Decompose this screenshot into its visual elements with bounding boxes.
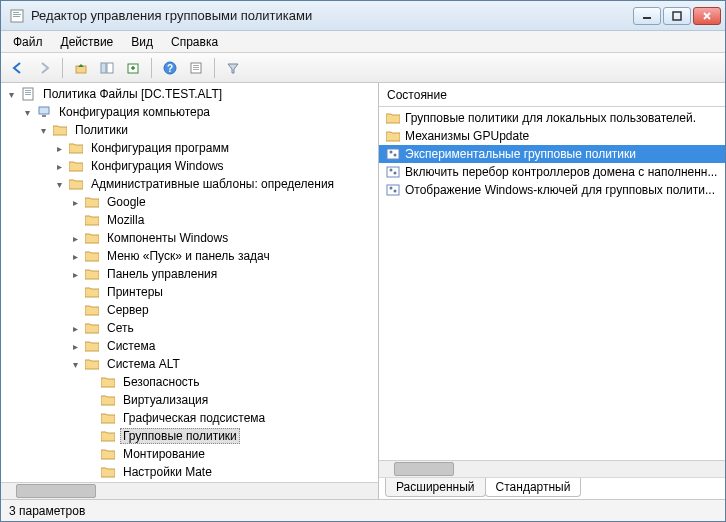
tree-node-label: Система (104, 339, 158, 353)
tree-node-security[interactable]: Безопасность (1, 373, 378, 391)
tree-node-control-panel[interactable]: ▸Панель управления (1, 265, 378, 283)
svg-rect-14 (193, 67, 199, 68)
svg-rect-25 (387, 167, 399, 177)
collapse-icon[interactable]: ▾ (21, 106, 34, 119)
forward-button[interactable] (33, 57, 55, 79)
filter-button[interactable] (222, 57, 244, 79)
expand-icon[interactable]: ▸ (69, 196, 82, 209)
tree-node-label: Административные шаблоны: определения (88, 177, 337, 191)
tree-node-system-alt[interactable]: ▾Система ALT (1, 355, 378, 373)
scrollbar-thumb[interactable] (16, 484, 96, 498)
tree-node-google[interactable]: ▸Google (1, 193, 378, 211)
svg-rect-4 (643, 17, 651, 19)
help-button[interactable]: ? (159, 57, 181, 79)
tree-node-label: Виртуализация (120, 393, 211, 407)
computer-icon (36, 104, 52, 120)
svg-rect-17 (25, 90, 31, 91)
folder-icon (100, 446, 116, 462)
folder-icon (84, 284, 100, 300)
tree-pane: ▾Политика Файлы [DC.TEST.ALT]▾Конфигурац… (1, 83, 379, 499)
list-item[interactable]: Групповые политики для локальных пользов… (379, 109, 725, 127)
collapse-icon[interactable]: ▾ (53, 178, 66, 191)
expand-icon[interactable]: ▸ (69, 268, 82, 281)
details-list[interactable]: Групповые политики для локальных пользов… (379, 107, 725, 460)
tree-node-label: Конфигурация программ (88, 141, 232, 155)
list-item-label: Групповые политики для локальных пользов… (405, 111, 696, 125)
minimize-button[interactable] (633, 7, 661, 25)
tree-node-root[interactable]: ▾Политика Файлы [DC.TEST.ALT] (1, 85, 378, 103)
details-pane: Состояние Групповые политики для локальн… (379, 83, 725, 499)
menu-action[interactable]: Действие (53, 33, 122, 51)
up-folder-button[interactable] (70, 57, 92, 79)
properties-button[interactable] (185, 57, 207, 79)
collapse-icon[interactable]: ▾ (37, 124, 50, 137)
tree-node-start-menu[interactable]: ▸Меню «Пуск» и панель задач (1, 247, 378, 265)
svg-point-24 (394, 154, 397, 157)
tree-horizontal-scrollbar[interactable] (1, 482, 378, 499)
setting-icon (385, 164, 401, 180)
tree-node-label: Групповые политики (120, 428, 240, 444)
tree-node-config-windows[interactable]: ▸Конфигурация Windows (1, 157, 378, 175)
tree-node-system[interactable]: ▸Система (1, 337, 378, 355)
list-item[interactable]: Механизмы GPUpdate (379, 127, 725, 145)
tree-node-server[interactable]: Сервер (1, 301, 378, 319)
list-item[interactable]: Отображение Windows-ключей для групповых… (379, 181, 725, 199)
tree-node-virtualization[interactable]: Виртуализация (1, 391, 378, 409)
folder-icon (100, 428, 116, 444)
svg-rect-7 (101, 63, 106, 73)
scrollbar-thumb[interactable] (394, 462, 454, 476)
menu-help[interactable]: Справка (163, 33, 226, 51)
svg-rect-21 (42, 115, 46, 117)
tree-node-policies[interactable]: ▾Политики (1, 121, 378, 139)
toolbar-separator (214, 58, 215, 78)
menu-view[interactable]: Вид (123, 33, 161, 51)
tab-standard[interactable]: Стандартный (485, 478, 582, 497)
expand-icon[interactable]: ▸ (69, 340, 82, 353)
tree-node-config-programs[interactable]: ▸Конфигурация программ (1, 139, 378, 157)
svg-rect-8 (107, 63, 113, 73)
close-button[interactable] (693, 7, 721, 25)
svg-rect-20 (39, 107, 49, 114)
expand-icon[interactable]: ▸ (69, 232, 82, 245)
tree-node-mate-settings[interactable]: Настройки Mate (1, 463, 378, 481)
svg-rect-18 (25, 92, 31, 93)
menu-file[interactable]: Файл (5, 33, 51, 51)
tab-extended[interactable]: Расширенный (385, 478, 486, 497)
tree-node-group-policies[interactable]: Групповые политики (1, 427, 378, 445)
toolbar-separator (62, 58, 63, 78)
folder-icon (84, 356, 100, 372)
expand-icon[interactable]: ▸ (53, 160, 66, 173)
show-hide-tree-button[interactable] (96, 57, 118, 79)
expand-icon[interactable]: ▸ (53, 142, 66, 155)
back-button[interactable] (7, 57, 29, 79)
collapse-icon[interactable]: ▾ (5, 88, 18, 101)
list-item[interactable]: Экспериментальные групповые политики (379, 145, 725, 163)
tree-node-mounting[interactable]: Монтирование (1, 445, 378, 463)
expand-icon[interactable]: ▸ (69, 250, 82, 263)
tree-node-components-windows[interactable]: ▸Компоненты Windows (1, 229, 378, 247)
tree-node-mozilla[interactable]: Mozilla (1, 211, 378, 229)
svg-rect-3 (13, 16, 20, 17)
svg-rect-6 (76, 66, 86, 73)
tree-container: ▾Политика Файлы [DC.TEST.ALT]▾Конфигурац… (1, 83, 378, 482)
view-tabs: Расширенный Стандартный (379, 477, 725, 499)
policy-tree[interactable]: ▾Политика Файлы [DC.TEST.ALT]▾Конфигурац… (1, 83, 378, 482)
export-button[interactable] (122, 57, 144, 79)
svg-rect-28 (387, 185, 399, 195)
tree-node-computer-config[interactable]: ▾Конфигурация компьютера (1, 103, 378, 121)
tree-node-label: Настройки Mate (120, 465, 215, 479)
tree-node-label: Монтирование (120, 447, 208, 461)
list-item[interactable]: Включить перебор контроллеров домена с н… (379, 163, 725, 181)
tree-node-graphics-subsys[interactable]: Графическая подсистема (1, 409, 378, 427)
folder-icon (100, 392, 116, 408)
folder-icon (100, 374, 116, 390)
collapse-icon[interactable]: ▾ (69, 358, 82, 371)
expand-icon[interactable]: ▸ (69, 322, 82, 335)
tree-node-label: Сервер (104, 303, 152, 317)
maximize-button[interactable] (663, 7, 691, 25)
tree-node-printers[interactable]: Принтеры (1, 283, 378, 301)
tree-node-network[interactable]: ▸Сеть (1, 319, 378, 337)
tree-node-admin-templates[interactable]: ▾Административные шаблоны: определения (1, 175, 378, 193)
details-horizontal-scrollbar[interactable] (379, 460, 725, 477)
svg-point-29 (390, 187, 393, 190)
